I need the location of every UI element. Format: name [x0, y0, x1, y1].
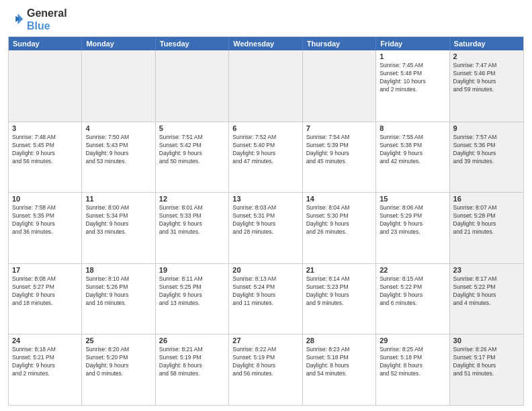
day-info: Sunrise: 8:08 AM Sunset: 5:27 PM Dayligh…: [12, 275, 78, 308]
day-number: 19: [159, 266, 225, 274]
day-info: Sunrise: 8:18 AM Sunset: 5:21 PM Dayligh…: [12, 346, 78, 378]
calendar-cell: 5Sunrise: 7:51 AM Sunset: 5:42 PM Daylig…: [156, 122, 229, 193]
day-info: Sunrise: 8:20 AM Sunset: 5:20 PM Dayligh…: [85, 346, 151, 378]
day-number: 15: [380, 195, 445, 203]
day-header-friday: Friday: [376, 37, 449, 50]
calendar-week-2: 3Sunrise: 7:48 AM Sunset: 5:45 PM Daylig…: [9, 122, 523, 193]
calendar-cell: 11Sunrise: 8:00 AM Sunset: 5:34 PM Dayli…: [82, 193, 155, 263]
calendar-cell: 6Sunrise: 7:52 AM Sunset: 5:40 PM Daylig…: [229, 122, 302, 193]
day-number: 3: [12, 124, 78, 132]
day-number: 29: [380, 336, 445, 345]
calendar-cell: 19Sunrise: 8:11 AM Sunset: 5:25 PM Dayli…: [156, 264, 229, 334]
calendar-cell: 1Sunrise: 7:45 AM Sunset: 5:48 PM Daylig…: [376, 50, 449, 122]
calendar-cell: 4Sunrise: 7:50 AM Sunset: 5:43 PM Daylig…: [82, 122, 155, 193]
day-info: Sunrise: 8:10 AM Sunset: 5:26 PM Dayligh…: [85, 275, 151, 308]
day-number: 16: [453, 195, 520, 203]
day-header-wednesday: Wednesday: [229, 37, 302, 50]
day-info: Sunrise: 8:11 AM Sunset: 5:25 PM Dayligh…: [159, 275, 225, 308]
day-number: 12: [159, 195, 225, 203]
day-info: Sunrise: 7:48 AM Sunset: 5:45 PM Dayligh…: [12, 134, 78, 166]
day-number: 6: [232, 124, 298, 132]
logo-icon: [8, 11, 24, 28]
calendar-cell: 16Sunrise: 8:07 AM Sunset: 5:28 PM Dayli…: [450, 193, 523, 263]
day-number: 4: [85, 124, 151, 132]
calendar-cell: 30Sunrise: 8:26 AM Sunset: 5:17 PM Dayli…: [450, 334, 523, 405]
calendar-week-1: 1Sunrise: 7:45 AM Sunset: 5:48 PM Daylig…: [9, 50, 523, 122]
calendar-cell: 20Sunrise: 8:13 AM Sunset: 5:24 PM Dayli…: [229, 264, 302, 334]
day-number: 7: [306, 124, 372, 132]
day-header-saturday: Saturday: [450, 37, 523, 50]
calendar-cell: 25Sunrise: 8:20 AM Sunset: 5:20 PM Dayli…: [82, 334, 155, 405]
day-number: 11: [85, 195, 151, 203]
day-number: 22: [380, 266, 445, 274]
day-number: 21: [306, 266, 372, 274]
calendar-cell: 7Sunrise: 7:54 AM Sunset: 5:39 PM Daylig…: [303, 122, 376, 193]
day-info: Sunrise: 8:13 AM Sunset: 5:24 PM Dayligh…: [232, 275, 298, 308]
logo-text: General Blue: [27, 7, 67, 32]
day-info: Sunrise: 7:51 AM Sunset: 5:42 PM Dayligh…: [159, 134, 225, 166]
calendar-cell: [229, 50, 302, 122]
calendar-cell: 22Sunrise: 8:15 AM Sunset: 5:22 PM Dayli…: [376, 264, 449, 334]
calendar-cell: 23Sunrise: 8:17 AM Sunset: 5:22 PM Dayli…: [450, 264, 523, 334]
day-info: Sunrise: 8:21 AM Sunset: 5:19 PM Dayligh…: [159, 346, 225, 378]
day-header-thursday: Thursday: [303, 37, 376, 50]
day-info: Sunrise: 8:06 AM Sunset: 5:29 PM Dayligh…: [380, 204, 445, 236]
day-number: 1: [380, 52, 445, 60]
day-number: 2: [453, 52, 520, 60]
calendar-cell: 2Sunrise: 7:47 AM Sunset: 5:46 PM Daylig…: [450, 50, 523, 122]
calendar-cell: [303, 50, 376, 122]
calendar-cell: 3Sunrise: 7:48 AM Sunset: 5:45 PM Daylig…: [9, 122, 82, 193]
day-info: Sunrise: 7:58 AM Sunset: 5:35 PM Dayligh…: [12, 204, 78, 236]
calendar-cell: [82, 50, 155, 122]
day-number: 14: [306, 195, 372, 203]
calendar-header: SundayMondayTuesdayWednesdayThursdayFrid…: [9, 37, 523, 50]
day-number: 27: [232, 336, 298, 345]
day-number: 17: [12, 266, 78, 274]
calendar-cell: 28Sunrise: 8:23 AM Sunset: 5:18 PM Dayli…: [303, 334, 376, 405]
day-number: 30: [453, 336, 520, 345]
day-number: 5: [159, 124, 225, 132]
day-header-sunday: Sunday: [9, 37, 82, 50]
day-info: Sunrise: 8:00 AM Sunset: 5:34 PM Dayligh…: [85, 204, 151, 236]
calendar-cell: 10Sunrise: 7:58 AM Sunset: 5:35 PM Dayli…: [9, 193, 82, 263]
calendar-cell: 9Sunrise: 7:57 AM Sunset: 5:36 PM Daylig…: [450, 122, 523, 193]
day-number: 8: [380, 124, 445, 132]
day-info: Sunrise: 8:03 AM Sunset: 5:31 PM Dayligh…: [232, 204, 298, 236]
calendar-cell: 26Sunrise: 8:21 AM Sunset: 5:19 PM Dayli…: [156, 334, 229, 405]
page-header: General Blue: [8, 7, 524, 32]
day-info: Sunrise: 8:14 AM Sunset: 5:23 PM Dayligh…: [306, 275, 372, 308]
calendar-cell: 14Sunrise: 8:04 AM Sunset: 5:30 PM Dayli…: [303, 193, 376, 263]
calendar-cell: 12Sunrise: 8:01 AM Sunset: 5:33 PM Dayli…: [156, 193, 229, 263]
day-info: Sunrise: 7:57 AM Sunset: 5:36 PM Dayligh…: [453, 134, 520, 166]
day-number: 18: [85, 266, 151, 274]
calendar-week-3: 10Sunrise: 7:58 AM Sunset: 5:35 PM Dayli…: [9, 192, 523, 263]
calendar-week-4: 17Sunrise: 8:08 AM Sunset: 5:27 PM Dayli…: [9, 263, 523, 334]
day-number: 28: [306, 336, 372, 345]
day-header-monday: Monday: [82, 37, 155, 50]
day-info: Sunrise: 7:54 AM Sunset: 5:39 PM Dayligh…: [306, 134, 372, 166]
calendar-cell: 15Sunrise: 8:06 AM Sunset: 5:29 PM Dayli…: [376, 193, 449, 263]
day-info: Sunrise: 8:17 AM Sunset: 5:22 PM Dayligh…: [453, 275, 520, 308]
day-info: Sunrise: 8:15 AM Sunset: 5:22 PM Dayligh…: [380, 275, 445, 308]
calendar-cell: [9, 50, 82, 122]
day-number: 20: [232, 266, 298, 274]
calendar-cell: 18Sunrise: 8:10 AM Sunset: 5:26 PM Dayli…: [82, 264, 155, 334]
calendar-cell: 24Sunrise: 8:18 AM Sunset: 5:21 PM Dayli…: [9, 334, 82, 405]
day-info: Sunrise: 8:01 AM Sunset: 5:33 PM Dayligh…: [159, 204, 225, 236]
day-info: Sunrise: 7:45 AM Sunset: 5:48 PM Dayligh…: [380, 62, 445, 94]
day-number: 23: [453, 266, 520, 274]
day-info: Sunrise: 8:04 AM Sunset: 5:30 PM Dayligh…: [306, 204, 372, 236]
day-info: Sunrise: 8:25 AM Sunset: 5:18 PM Dayligh…: [380, 346, 445, 378]
day-info: Sunrise: 7:50 AM Sunset: 5:43 PM Dayligh…: [85, 134, 151, 166]
day-number: 13: [232, 195, 298, 203]
calendar-cell: 29Sunrise: 8:25 AM Sunset: 5:18 PM Dayli…: [376, 334, 449, 405]
calendar-cell: [156, 50, 229, 122]
day-header-tuesday: Tuesday: [156, 37, 229, 50]
calendar-week-5: 24Sunrise: 8:18 AM Sunset: 5:21 PM Dayli…: [9, 334, 523, 405]
calendar-cell: 8Sunrise: 7:55 AM Sunset: 5:38 PM Daylig…: [376, 122, 449, 193]
day-info: Sunrise: 8:26 AM Sunset: 5:17 PM Dayligh…: [453, 346, 520, 378]
day-info: Sunrise: 7:47 AM Sunset: 5:46 PM Dayligh…: [453, 62, 520, 94]
day-number: 9: [453, 124, 520, 132]
calendar-cell: 13Sunrise: 8:03 AM Sunset: 5:31 PM Dayli…: [229, 193, 302, 263]
day-number: 24: [12, 336, 78, 345]
